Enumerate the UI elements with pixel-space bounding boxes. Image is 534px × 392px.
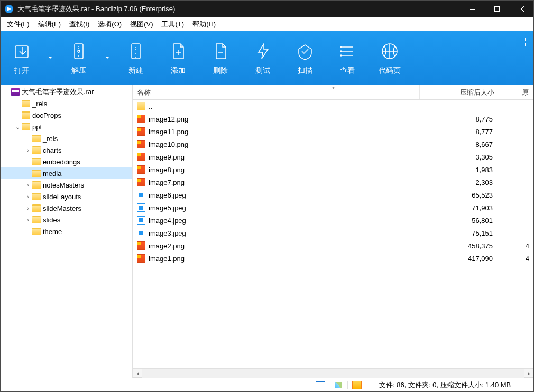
col-size[interactable]: 压缩后大小: [420, 85, 499, 99]
file-png-icon: [137, 254, 145, 263]
list-row[interactable]: image3.jpeg75,151: [133, 227, 533, 239]
list-row[interactable]: image6.jpeg65,523: [133, 189, 533, 201]
file-name: image11.png: [149, 128, 188, 136]
tree-node[interactable]: embeddings: [1, 156, 132, 167]
file-name: image10.png: [149, 141, 188, 148]
maximize-button[interactable]: [485, 1, 509, 17]
expander-icon[interactable]: ›: [24, 217, 32, 223]
list-row[interactable]: image2.png458,3754: [133, 239, 533, 252]
list-row[interactable]: image10.png8,667: [133, 138, 533, 151]
svg-rect-1: [495, 7, 500, 12]
scan-button[interactable]: 扫描: [284, 31, 326, 85]
tree-node[interactable]: 大气毛笔字墨迹效果.rar: [1, 86, 132, 98]
expander-icon[interactable]: ›: [24, 182, 32, 188]
list-row[interactable]: image7.png2,303: [133, 176, 533, 189]
list-row[interactable]: image9.png3,305: [133, 151, 533, 163]
splitter-handle[interactable]: ▾: [332, 85, 335, 90]
view-list-icon[interactable]: [316, 381, 325, 389]
tree-label: notesMasters: [43, 181, 84, 189]
tree-node[interactable]: _rels: [1, 133, 132, 144]
file-name: image9.png: [149, 153, 185, 161]
delete-button[interactable]: 删除: [199, 31, 242, 85]
col-orig[interactable]: 原: [499, 85, 533, 99]
file-png-icon: [137, 178, 145, 186]
tree-node[interactable]: media: [1, 167, 132, 179]
view-button[interactable]: 查看: [326, 31, 369, 85]
open-dropdown[interactable]: [43, 31, 58, 85]
expander-icon[interactable]: ›: [24, 193, 32, 200]
expander-icon[interactable]: ›: [24, 147, 32, 153]
file-name: image7.png: [149, 179, 185, 186]
open-button[interactable]: 打开: [1, 31, 43, 85]
tree-node[interactable]: ›charts: [1, 144, 132, 156]
scroll-right-icon[interactable]: ▸: [524, 369, 533, 378]
new-button[interactable]: 新建: [115, 31, 157, 85]
tree-node[interactable]: _rels: [1, 98, 132, 109]
statusbar: 文件: 86, 文件夹: 0, 压缩文件大小: 1.40 MB: [1, 378, 533, 391]
status-text: 文件: 86, 文件夹: 0, 压缩文件大小: 1.40 MB: [375, 380, 533, 390]
file-jpeg-icon: [137, 203, 145, 212]
test-button[interactable]: 测试: [242, 31, 284, 85]
tree-node[interactable]: docProps: [1, 109, 132, 121]
menu-item[interactable]: 视图(V): [126, 18, 157, 31]
file-name: ..: [149, 102, 152, 110]
delete-icon: [210, 41, 231, 62]
app-icon: [5, 5, 13, 13]
codepage-button[interactable]: 代码页: [369, 31, 411, 85]
list-row[interactable]: image8.png1,983: [133, 163, 533, 176]
file-list[interactable]: ..image12.png8,775image11.png8,777image1…: [133, 100, 533, 368]
file-size: 1,983: [420, 166, 499, 174]
view-thumb-icon[interactable]: [334, 381, 343, 389]
add-button[interactable]: 添加: [157, 31, 199, 85]
folder-tree[interactable]: 大气毛笔字墨迹效果.rar_relsdocProps⌄ppt_rels›char…: [1, 85, 133, 378]
file-png-icon: [137, 115, 145, 123]
tree-node[interactable]: ›notesMasters: [1, 179, 132, 191]
list-row[interactable]: image1.png417,0904: [133, 252, 533, 265]
file-size: 56,801: [420, 217, 499, 225]
folder-icon: [32, 216, 41, 223]
list-row[interactable]: image12.png8,775: [133, 113, 533, 125]
file-orig: 4: [499, 255, 533, 263]
menu-item[interactable]: 工具(T): [157, 18, 188, 31]
list-row[interactable]: image4.jpeg56,801: [133, 214, 533, 227]
col-name[interactable]: 名称: [133, 85, 420, 99]
menu-item[interactable]: 查找(I): [65, 18, 94, 31]
file-jpeg-icon: [137, 216, 145, 225]
close-button[interactable]: [509, 1, 533, 17]
scroll-left-icon[interactable]: ◂: [133, 369, 142, 378]
file-name: image4.jpeg: [149, 217, 186, 225]
menu-item[interactable]: 选项(O): [94, 18, 126, 31]
expander-icon[interactable]: ›: [24, 205, 32, 211]
tree-label: ppt: [32, 123, 42, 131]
file-name: image6.jpeg: [149, 191, 186, 199]
tree-node[interactable]: ›slideLayouts: [1, 191, 132, 202]
list-row[interactable]: ..: [133, 100, 533, 113]
tree-node[interactable]: ⌄ppt: [1, 121, 132, 133]
menu-item[interactable]: 文件(F): [3, 18, 34, 31]
expander-icon[interactable]: ⌄: [13, 124, 22, 130]
folder-icon: [22, 111, 30, 119]
list-header[interactable]: ▾ 名称 压缩后大小 原: [133, 85, 533, 100]
file-png-icon: [137, 153, 145, 161]
tree-label: slideMasters: [43, 204, 81, 212]
tree-node[interactable]: ›slideMasters: [1, 202, 132, 214]
extract-button[interactable]: 解压: [58, 31, 100, 85]
menubar: 文件(F)编辑(E)查找(I)选项(O)视图(V)工具(T)帮助(H): [1, 17, 533, 31]
menu-item[interactable]: 帮助(H): [188, 18, 220, 31]
tree-node[interactable]: ›slides: [1, 214, 132, 226]
chevron-down-icon: [105, 54, 109, 62]
tree-node[interactable]: theme: [1, 226, 132, 237]
extract-dropdown[interactable]: [100, 31, 115, 85]
list-row[interactable]: image11.png8,777: [133, 125, 533, 138]
list-row[interactable]: image5.jpeg71,903: [133, 201, 533, 214]
file-size: 417,090: [420, 255, 499, 263]
minimize-button[interactable]: [461, 1, 485, 17]
horizontal-scrollbar[interactable]: ◂ ▸: [133, 368, 533, 378]
svg-rect-2: [15, 46, 28, 58]
menu-item[interactable]: 编辑(E): [34, 18, 65, 31]
layout-grid-icon[interactable]: [517, 38, 526, 47]
view-panel-icon[interactable]: [352, 381, 362, 389]
file-size: 3,305: [420, 153, 499, 161]
tree-label: slides: [43, 216, 60, 224]
tree-label: _rels: [32, 100, 47, 108]
